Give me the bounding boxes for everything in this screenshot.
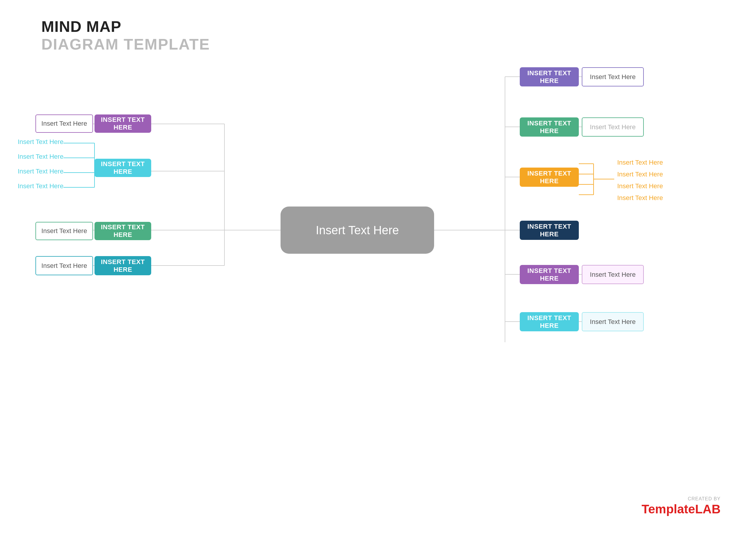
rb6-outline[interactable]: Insert Text Here: [582, 312, 644, 331]
center-node[interactable]: Insert Text Here: [281, 207, 434, 254]
lb1-outline-label: Insert Text Here: [41, 120, 87, 127]
lb2-child2: Insert Text Here: [18, 153, 64, 161]
title-main: MIND MAP: [41, 18, 210, 36]
rb3-child2: Insert Text Here: [617, 170, 663, 178]
rb2-outline-label: Insert Text Here: [590, 123, 636, 131]
rb3-child3: Insert Text Here: [617, 182, 663, 190]
center-label: Insert Text Here: [316, 224, 399, 237]
logo-area: CREATED BY TemplateLAB: [641, 496, 720, 516]
rb1-box[interactable]: INSERT TEXT HERE: [520, 67, 579, 87]
rb5-outline-label: Insert Text Here: [590, 271, 636, 278]
lb3-box[interactable]: INSERT TEXT HERE: [94, 222, 151, 240]
rb3-label: INSERT TEXT HERE: [525, 170, 574, 185]
title-area: MIND MAP DIAGRAM TEMPLATE: [41, 18, 210, 53]
rb4-box[interactable]: INSERT TEXT HERE: [520, 221, 579, 240]
rb6-box[interactable]: INSERT TEXT HERE: [520, 312, 579, 331]
rb5-outline[interactable]: Insert Text Here: [582, 265, 644, 284]
lb4-label: INSERT TEXT HERE: [99, 258, 147, 273]
rb6-label: INSERT TEXT HERE: [525, 314, 574, 330]
rb3-box[interactable]: INSERT TEXT HERE: [520, 167, 579, 187]
rb1-label: INSERT TEXT HERE: [525, 69, 574, 85]
rb3-child4: Insert Text Here: [617, 194, 663, 202]
lb2-child1: Insert Text Here: [18, 138, 64, 146]
logo-template: Template: [641, 502, 695, 516]
rb4-label: INSERT TEXT HERE: [525, 223, 574, 238]
lb3-outline-label: Insert Text Here: [41, 227, 87, 235]
logo-created-by: CREATED BY: [641, 496, 720, 501]
rb5-box[interactable]: INSERT TEXT HERE: [520, 265, 579, 284]
lb1-outline[interactable]: Insert Text Here: [36, 114, 93, 133]
lb1-label: INSERT TEXT HERE: [99, 116, 147, 131]
lb1-box[interactable]: INSERT TEXT HERE: [94, 114, 151, 133]
lb2-child3: Insert Text Here: [18, 167, 64, 175]
lb2-box[interactable]: INSERT TEXT HERE: [94, 159, 151, 177]
rb3-child1: Insert Text Here: [617, 159, 663, 166]
rb2-box[interactable]: INSERT TEXT HERE: [520, 117, 579, 137]
rb2-outline[interactable]: Insert Text Here: [582, 117, 644, 137]
rb5-label: INSERT TEXT HERE: [525, 267, 574, 282]
title-sub: DIAGRAM TEMPLATE: [41, 36, 210, 53]
rb1-outline[interactable]: Insert Text Here: [582, 67, 644, 87]
rb2-label: INSERT TEXT HERE: [525, 119, 574, 135]
lb2-label: INSERT TEXT HERE: [99, 160, 147, 176]
lb4-outline-label: Insert Text Here: [41, 262, 87, 270]
rb6-outline-label: Insert Text Here: [590, 318, 636, 326]
lb4-outline[interactable]: Insert Text Here: [36, 256, 93, 275]
lb4-box[interactable]: INSERT TEXT HERE: [94, 256, 151, 275]
lb3-outline[interactable]: Insert Text Here: [36, 222, 93, 240]
logo-text: TemplateLAB: [641, 502, 720, 516]
logo-lab: LAB: [695, 502, 720, 516]
rb1-outline-label: Insert Text Here: [590, 73, 636, 81]
lb3-label: INSERT TEXT HERE: [99, 223, 147, 239]
lb2-child4: Insert Text Here: [18, 182, 64, 190]
